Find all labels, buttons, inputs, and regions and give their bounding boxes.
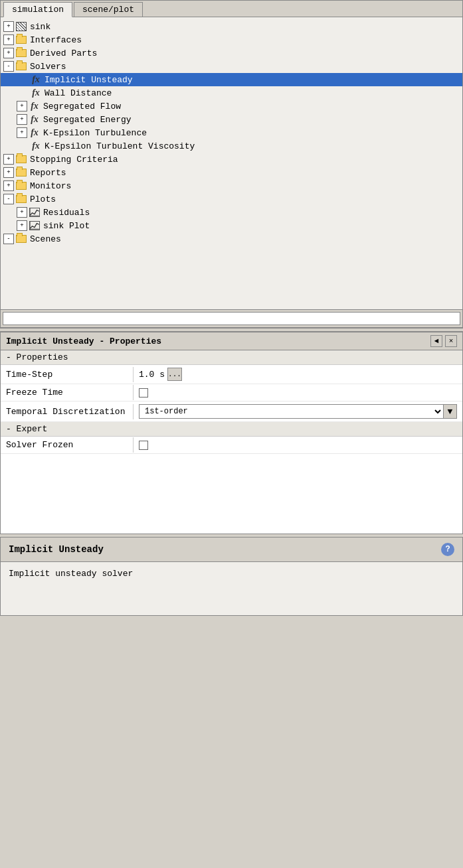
fx-icon-segregated-flow: fx bbox=[29, 100, 41, 112]
prop-row-temporal-disc: Temporal Discretization 1st-order 2nd-or… bbox=[1, 401, 462, 422]
tree-item-reports[interactable]: + Reports bbox=[1, 166, 462, 179]
tree-item-implicit-unsteady[interactable]: fx Implicit Unsteady bbox=[1, 73, 462, 86]
folder-icon-solvers bbox=[15, 60, 27, 72]
tab-bar: simulation scene/plot bbox=[1, 1, 462, 17]
tree-scroll[interactable]: + sink + Interfaces + bbox=[1, 17, 462, 309]
tree-content: + sink + Interfaces + bbox=[1, 17, 462, 309]
expander-sink[interactable]: + bbox=[3, 21, 14, 32]
folder-icon-derived-parts bbox=[15, 47, 27, 59]
tree-item-segregated-flow[interactable]: + fx Segregated Flow bbox=[1, 100, 462, 113]
expander-segregated-energy[interactable]: + bbox=[17, 114, 27, 125]
tab-simulation[interactable]: simulation bbox=[3, 2, 72, 17]
search-bar bbox=[1, 309, 462, 327]
info-title: Implicit Unsteady bbox=[9, 544, 104, 555]
expander-residuals[interactable]: + bbox=[17, 207, 27, 218]
expander-scenes[interactable]: - bbox=[3, 234, 14, 244]
hatch-icon-sink bbox=[15, 21, 27, 33]
tree-item-sink[interactable]: + sink bbox=[1, 20, 462, 33]
fx-icon-k-epsilon-turbulence: fx bbox=[29, 127, 41, 139]
freeze-time-checkbox[interactable] bbox=[139, 388, 148, 398]
properties-header: Implicit Unsteady - Properties ◄ × bbox=[1, 332, 462, 350]
properties-panel: Implicit Unsteady - Properties ◄ × - Pro… bbox=[0, 332, 463, 534]
solver-frozen-checkbox[interactable] bbox=[139, 441, 148, 450]
timestep-value: 1.0 s bbox=[139, 370, 165, 380]
expander-reports[interactable]: + bbox=[3, 167, 14, 178]
tree-item-scenes[interactable]: - Scenes bbox=[1, 232, 462, 246]
folder-icon-reports bbox=[15, 167, 27, 179]
tree-item-monitors[interactable]: + Monitors bbox=[1, 179, 462, 192]
info-description: Implicit unsteady solver bbox=[9, 569, 133, 579]
tree-item-interfaces[interactable]: + Interfaces bbox=[1, 33, 462, 46]
tree-item-wall-distance[interactable]: fx Wall Distance bbox=[1, 86, 462, 100]
tree-item-residuals[interactable]: + Residuals bbox=[1, 206, 462, 219]
prop-value-freeze-time bbox=[134, 386, 462, 400]
collapse-button[interactable]: ◄ bbox=[430, 335, 442, 347]
properties-empty-space bbox=[1, 454, 462, 534]
close-button[interactable]: × bbox=[445, 335, 457, 347]
chart-icon-sink-plot bbox=[29, 220, 41, 232]
expander-stopping-criteria[interactable]: + bbox=[3, 154, 14, 165]
prop-row-solver-frozen: Solver Frozen bbox=[1, 437, 462, 454]
prop-label-solver-frozen: Solver Frozen bbox=[1, 437, 134, 453]
expander-sink-plot[interactable]: + bbox=[17, 220, 27, 231]
fx-icon-implicit-unsteady: fx bbox=[30, 74, 42, 86]
folder-icon-monitors bbox=[15, 180, 27, 192]
tree-item-k-epsilon-turbulence[interactable]: + fx K-Epsilon Turbulence bbox=[1, 126, 462, 139]
folder-icon-interfaces bbox=[15, 34, 27, 46]
prop-value-solver-frozen bbox=[134, 438, 462, 453]
temporal-disc-dropdown: 1st-order 2nd-order ▼ bbox=[139, 404, 457, 419]
prop-row-freeze-time: Freeze Time bbox=[1, 384, 462, 401]
temporal-disc-dropdown-arrow[interactable]: ▼ bbox=[444, 404, 457, 419]
search-input[interactable] bbox=[3, 312, 460, 325]
prop-label-temporal-disc: Temporal Discretization bbox=[1, 404, 134, 419]
section-expert[interactable]: - Expert bbox=[1, 422, 462, 437]
help-icon[interactable]: ? bbox=[441, 543, 454, 556]
chart-icon-residuals bbox=[29, 206, 41, 218]
info-header: Implicit Unsteady ? bbox=[1, 538, 462, 562]
prop-label-freeze-time: Freeze Time bbox=[1, 385, 134, 400]
expander-monitors[interactable]: + bbox=[3, 181, 14, 191]
section-properties[interactable]: - Properties bbox=[1, 350, 462, 365]
folder-icon-stopping-criteria bbox=[15, 153, 27, 165]
timestep-browse-button[interactable]: ... bbox=[167, 368, 182, 381]
expander-segregated-flow[interactable]: + bbox=[17, 101, 27, 111]
properties-actions: ◄ × bbox=[430, 335, 457, 347]
tree-item-segregated-energy[interactable]: + fx Segregated Energy bbox=[1, 113, 462, 126]
prop-label-timestep: Time-Step bbox=[1, 367, 134, 382]
tree-item-sink-plot[interactable]: + sink Plot bbox=[1, 219, 462, 232]
fx-icon-k-epsilon-viscosity: fx bbox=[30, 140, 42, 152]
tree-item-plots[interactable]: - Plots bbox=[1, 192, 462, 206]
tab-scene-plot[interactable]: scene/plot bbox=[74, 2, 143, 17]
expander-interfaces[interactable]: + bbox=[3, 35, 14, 45]
folder-icon-plots bbox=[15, 193, 27, 205]
fx-icon-wall-distance: fx bbox=[30, 87, 42, 99]
tree-item-stopping-criteria[interactable]: + Stopping Criteria bbox=[1, 153, 462, 166]
fx-icon-segregated-energy: fx bbox=[29, 113, 41, 125]
info-panel: Implicit Unsteady ? Implicit unsteady so… bbox=[0, 537, 463, 616]
temporal-disc-select[interactable]: 1st-order 2nd-order bbox=[139, 404, 444, 419]
info-body: Implicit unsteady solver bbox=[1, 562, 462, 615]
expander-solvers[interactable]: - bbox=[3, 61, 14, 72]
tree-item-derived-parts[interactable]: + Derived Parts bbox=[1, 46, 462, 60]
tree-item-k-epsilon-viscosity[interactable]: fx K-Epsilon Turbulent Viscosity bbox=[1, 139, 462, 153]
tree-item-solvers[interactable]: - Solvers bbox=[1, 60, 462, 73]
prop-row-timestep: Time-Step 1.0 s ... bbox=[1, 365, 462, 384]
main-container: simulation scene/plot + sink + bbox=[0, 0, 463, 616]
prop-value-timestep: 1.0 s ... bbox=[134, 365, 462, 384]
expander-plots[interactable]: - bbox=[3, 194, 14, 204]
folder-icon-scenes bbox=[15, 233, 27, 245]
expander-k-epsilon-turbulence[interactable]: + bbox=[17, 127, 27, 138]
properties-title: Implicit Unsteady - Properties bbox=[6, 336, 161, 346]
expander-derived-parts[interactable]: + bbox=[3, 48, 14, 58]
prop-value-temporal-disc: 1st-order 2nd-order ▼ bbox=[134, 401, 462, 421]
tree-panel: simulation scene/plot + sink + bbox=[0, 0, 463, 328]
